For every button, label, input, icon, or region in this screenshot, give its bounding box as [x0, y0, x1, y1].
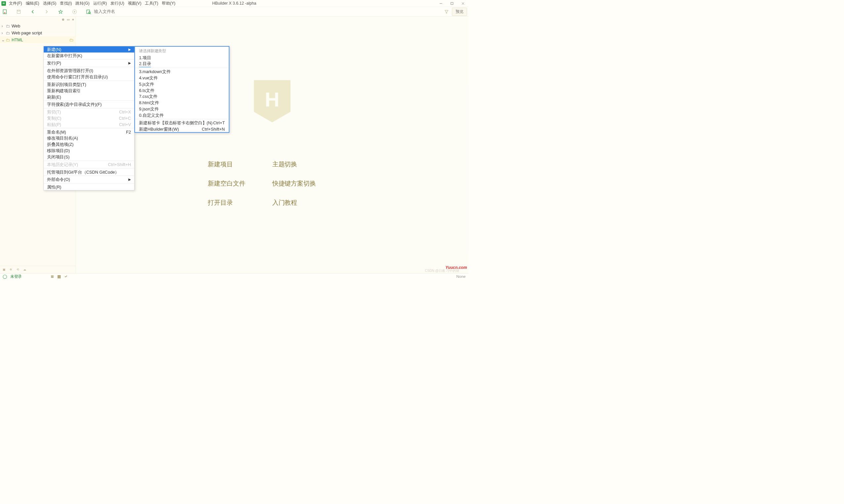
menu-goto[interactable]: 跳转(G): [74, 0, 91, 7]
svg-rect-8: [18, 10, 20, 11]
ctx-item: 粘贴(P)Ctrl+V: [44, 121, 134, 128]
menu-tools[interactable]: 工具(T): [143, 0, 160, 7]
ctx-item: 复制(C)Ctrl+C: [44, 115, 134, 121]
context-menu: 新建(N)▶在新窗体中打开(K)发行(P)▶在外部资源管理器打开(I)使用命令行…: [44, 46, 135, 190]
sub-item[interactable]: 7.css文件: [135, 94, 229, 100]
ctx-item[interactable]: 发行(P)▶: [44, 60, 134, 67]
ctx-item[interactable]: 修改项目别名(A): [44, 135, 134, 142]
cloud-icon[interactable]: ☁: [23, 268, 26, 271]
link-keymap[interactable]: 快捷键方案切换: [272, 179, 336, 188]
forward-icon[interactable]: [43, 8, 50, 15]
menu-find[interactable]: 查找(I): [58, 0, 74, 7]
ctx-item[interactable]: 字符搜索(选中目录或文件)(F): [44, 101, 134, 107]
debug-icon[interactable]: ✲: [10, 268, 12, 271]
ctx-item[interactable]: 刷新(E): [44, 94, 134, 100]
new-file-icon[interactable]: [1, 8, 8, 15]
list-icon[interactable]: ≣: [51, 274, 54, 279]
login-status[interactable]: 未登录: [10, 274, 22, 279]
filename-input[interactable]: [94, 9, 186, 14]
sub-item[interactable]: 新建标签卡【双击标签卡右侧空白】(N)Ctrl+T: [135, 120, 229, 126]
link-new-project[interactable]: 新建项目: [208, 160, 272, 169]
menu-run[interactable]: 运行(R): [91, 0, 108, 7]
ctx-item: 本地历史记录(Y)Ctrl+Shift+H: [44, 161, 134, 168]
sub-item[interactable]: 8.html文件: [135, 100, 229, 106]
sub-item[interactable]: 1.项目: [135, 55, 229, 61]
sub-item[interactable]: 9.json文件: [135, 106, 229, 112]
link-theme[interactable]: 主题切换: [272, 160, 336, 169]
collapse-icon[interactable]: ▭: [67, 18, 69, 21]
sub-item[interactable]: 5.js文件: [135, 81, 229, 87]
preview-button[interactable]: 预览: [452, 7, 467, 16]
statusbar: ◯ 未登录 ≣ ▦ ⤶ None: [0, 273, 469, 280]
ctx-item[interactable]: 在外部资源管理器打开(I): [44, 68, 134, 74]
user-icon[interactable]: ◯: [3, 274, 7, 279]
menubar: H 文件(F) 编辑(E) 选择(S) 查找(I) 跳转(G) 运行(R) 发行…: [0, 0, 469, 7]
maximize-icon[interactable]: [446, 0, 457, 7]
menu-view[interactable]: 视图(V): [126, 0, 143, 7]
locate-icon[interactable]: [85, 8, 92, 15]
back-icon[interactable]: [30, 8, 36, 15]
svg-marker-9: [58, 10, 63, 14]
ctx-item[interactable]: 移除项目(D): [44, 147, 134, 154]
link-open-dir[interactable]: 打开目录: [208, 198, 272, 207]
sub-item[interactable]: 新建HBuilder窗体(W)Ctrl+Shift+N: [135, 126, 229, 132]
ctx-item[interactable]: 使用命令行窗口打开所在目录(U): [44, 74, 134, 80]
tree-node-html[interactable]: ⌄🗀HTML🗀: [0, 36, 76, 43]
svg-marker-11: [74, 11, 75, 13]
ctx-item[interactable]: 重新构建项目索引: [44, 88, 134, 94]
grid-icon[interactable]: ▦: [57, 274, 61, 279]
sub-item[interactable]: 0.自定义文件: [135, 112, 229, 119]
sidebar-bottom: ▣ ✲ ⟲ ☁: [0, 266, 76, 273]
terminal-icon[interactable]: ▣: [3, 268, 5, 271]
menu-icon[interactable]: ≡: [72, 18, 74, 21]
ctx-item[interactable]: 外部命令(O)▶: [44, 176, 134, 183]
save-icon[interactable]: [16, 8, 22, 15]
ctx-item: 剪切(T)Ctrl+X: [44, 109, 134, 115]
close-icon[interactable]: [458, 0, 469, 7]
menu-file[interactable]: 文件(F): [7, 0, 24, 7]
welcome-logo: H: [254, 80, 291, 122]
play-icon[interactable]: [71, 8, 78, 15]
link-new-blank[interactable]: 新建空白文件: [208, 179, 272, 188]
app-logo: H: [1, 1, 6, 6]
menu-edit[interactable]: 编辑(E): [24, 0, 41, 7]
yuucn-watermark: Yuucn.com: [445, 265, 467, 270]
menu-publish[interactable]: 发行(U): [109, 0, 126, 7]
ctx-item[interactable]: 托管项目到Git平台（CSDN GitCode）: [44, 169, 134, 175]
wrap-icon[interactable]: ⤶: [64, 274, 68, 279]
welcome-links: 新建项目 主题切换 新建空白文件 快捷键方案切换 打开目录 入门教程: [208, 160, 336, 207]
status-lang: None: [456, 274, 465, 279]
link-tutorial[interactable]: 入门教程: [272, 198, 336, 207]
filter-icon[interactable]: [443, 8, 450, 15]
ctx-item[interactable]: 在新窗体中打开(K): [44, 53, 134, 59]
sub-item[interactable]: 3.markdown文件: [135, 69, 229, 75]
tree-node-webpagescript[interactable]: ›🗀Web page script: [0, 30, 76, 36]
sub-item[interactable]: 6.ts文件: [135, 87, 229, 94]
tree-node-web[interactable]: ›🗀Web: [0, 22, 76, 30]
sub-item[interactable]: 4.vue文件: [135, 75, 229, 81]
svg-line-14: [90, 13, 91, 14]
ctx-item[interactable]: 重新识别项目类型(T): [44, 82, 134, 88]
svg-rect-1: [451, 2, 453, 5]
svg-marker-15: [445, 10, 448, 13]
minimize-icon[interactable]: [435, 0, 446, 7]
folder-icon: 🗀: [69, 37, 74, 42]
ctx-item[interactable]: 重命名(M)F2: [44, 129, 134, 135]
add-folder-icon[interactable]: ⊕: [62, 18, 64, 21]
svg-rect-7: [17, 10, 20, 13]
menu-help[interactable]: 帮助(Y): [160, 0, 177, 7]
ctx-item[interactable]: 关闭项目(S): [44, 154, 134, 160]
ctx-item[interactable]: 属性(R): [44, 184, 134, 190]
toolbar: 预览: [0, 7, 469, 17]
sub-menu: 请选择新建类型1.项目2.目录3.markdown文件4.vue文件5.js文件…: [134, 46, 229, 132]
sub-item[interactable]: 2.目录: [135, 61, 229, 67]
ctx-item[interactable]: 折叠其他项(Z): [44, 141, 134, 147]
menu-select[interactable]: 选择(S): [41, 0, 58, 7]
sync-icon[interactable]: ⟲: [17, 268, 19, 271]
star-icon[interactable]: [57, 8, 64, 15]
ctx-item[interactable]: 新建(N)▶: [44, 46, 134, 53]
